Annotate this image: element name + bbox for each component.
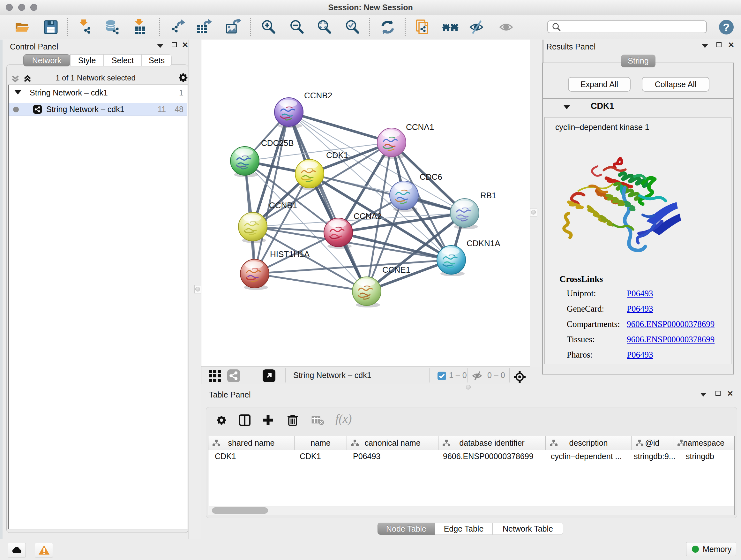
svg-text:CCNB1: CCNB1 [269, 200, 297, 210]
svg-text:HIST1H1A: HIST1H1A [270, 249, 310, 259]
svg-text:CCNA2: CCNA2 [354, 211, 382, 221]
svg-text:CDK1: CDK1 [326, 150, 348, 160]
svg-text:CCNE1: CCNE1 [382, 265, 410, 274]
svg-text:CDC6: CDC6 [420, 172, 442, 182]
svg-text:RB1: RB1 [480, 191, 496, 200]
svg-text:CCNA1: CCNA1 [406, 122, 434, 132]
svg-text:CDKN1A: CDKN1A [467, 239, 500, 248]
svg-text:CDC25B: CDC25B [261, 138, 294, 148]
svg-text:CCNB2: CCNB2 [304, 91, 332, 100]
